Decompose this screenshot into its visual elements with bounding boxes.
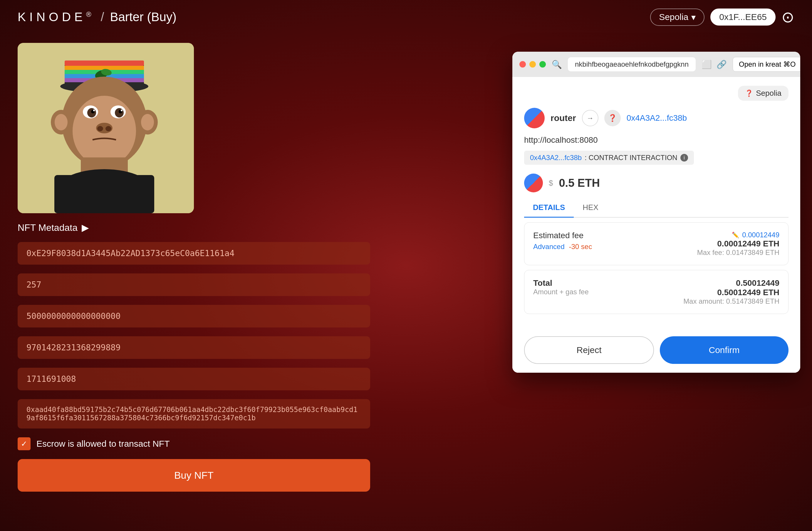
chevron-down-icon: ▾ [691, 12, 696, 22]
link-icon[interactable]: 🔗 [716, 60, 727, 69]
tab-hex[interactable]: HEX [574, 198, 607, 218]
navbar-right: Sepolia ▾ 0x1F...EE65 ⊙ [650, 8, 794, 26]
from-to-row: router → ❓ 0x4A3A2...fc38b [524, 108, 788, 128]
fee-row: Estimated fee Advanced -30 sec ✏️ 0.0001… [533, 231, 779, 257]
contract-badge: 0x4A3A2...fc38b : CONTRACT INTERACTION i [524, 151, 694, 165]
minimize-button[interactable] [530, 61, 536, 68]
popup-titlebar: 🔍 nkbihfbeogaeaoehlefnkodbefgpgknn ⬜ 🔗 O… [512, 52, 800, 77]
url-bar[interactable]: nkbihfbeogaeaoehlefnkodbefgpgknn [568, 57, 696, 71]
github-icon[interactable]: ⊙ [781, 8, 794, 26]
svg-rect-30 [54, 175, 154, 213]
buy-nft-button[interactable]: Buy NFT [18, 459, 370, 492]
eth-amount-row: $ 0.5 ETH [524, 174, 788, 192]
amount-gas-label: Amount + gas fee [533, 288, 589, 296]
info-icon: i [680, 154, 688, 162]
to-icon: ❓ [604, 110, 621, 126]
contract-link[interactable]: 0x4A3A2...fc38b [530, 153, 582, 162]
escrow-label: Escrow is allowed to transact NFT [37, 439, 170, 449]
network-selector[interactable]: Sepolia ▾ [650, 9, 705, 26]
localhost-url: http://localhost:8080 [524, 135, 788, 145]
max-amount-label: Max amount: [683, 297, 724, 305]
svg-rect-3 [64, 60, 144, 66]
to-address: 0x4A3A2...fc38b [627, 113, 687, 123]
eth-amount: 0.5 ETH [559, 177, 599, 189]
total-row: Total Amount + gas fee 0.50012449 0.5001… [533, 278, 779, 306]
fee-card: Estimated fee Advanced -30 sec ✏️ 0.0001… [524, 222, 788, 265]
network-label: Sepolia [659, 12, 688, 22]
estimated-fee-eth: 0.00012449 ETH [697, 239, 779, 249]
total-label: Total [533, 278, 589, 288]
fee-edit-row: ✏️ 0.00012449 [697, 231, 779, 239]
search-icon[interactable]: 🔍 [552, 60, 562, 69]
navbar: KINODE® / Barter (Buy) Sepolia ▾ 0x1F...… [0, 0, 812, 34]
action-buttons: Reject Confirm [512, 327, 800, 373]
popup-body: ❓ Sepolia router → ❓ 0x4A3A2...fc38b htt… [512, 77, 800, 327]
total-card: Total Amount + gas fee 0.50012449 0.5001… [524, 270, 788, 314]
max-fee-row: Max fee: 0.01473849 ETH [697, 249, 779, 257]
fee-left: Estimated fee Advanced -30 sec [533, 231, 592, 251]
page-title: Barter (Buy) [110, 10, 176, 24]
estimated-fee-label: Estimated fee [533, 231, 592, 240]
arrow-icon: → [582, 110, 598, 126]
nft-metadata-toggle[interactable]: NFT Metadata ▶ [18, 222, 370, 233]
max-fee-label: Max fee: [697, 249, 724, 256]
app-logo: KINODE® [18, 10, 95, 24]
traffic-lights [519, 61, 546, 68]
dollar-sign: $ [549, 179, 553, 188]
svg-point-27 [105, 126, 111, 131]
from-avatar [524, 108, 545, 128]
time-label: -30 sec [569, 242, 592, 251]
data-row-nonce: 9701428231368299889 [18, 336, 370, 359]
toolbar-icons: ⬜ 🔗 [701, 60, 727, 69]
main-content: NFT Metadata ▶ 0xE29F8038d1A3445Ab22AD13… [0, 34, 812, 500]
sepolia-label: Sepolia [756, 89, 781, 98]
svg-point-26 [97, 126, 103, 131]
from-name: router [551, 113, 576, 123]
wallet-address[interactable]: 0x1F...EE65 [710, 9, 775, 26]
open-in-button[interactable]: Open in kreat ⌘O [733, 57, 800, 72]
tabs-row: DETAILS HEX [524, 198, 788, 218]
contract-label: : CONTRACT INTERACTION [585, 153, 678, 162]
estimated-fee-value: 0.00012449 [742, 231, 779, 239]
nav-separator: / [101, 10, 104, 24]
data-row-timestamp: 1711691008 [18, 368, 370, 390]
advanced-link[interactable]: Advanced [533, 242, 565, 251]
maximize-button[interactable] [539, 61, 546, 68]
data-row-signature: 0xaad40fa88bd59175b2c74b5c076d67706b061a… [18, 399, 370, 428]
escrow-checkbox-row: ✓ Escrow is allowed to transact NFT [18, 437, 370, 450]
share-icon[interactable]: ⬜ [701, 60, 712, 69]
svg-point-23 [93, 109, 95, 111]
data-row-token-id: 257 [18, 274, 370, 296]
confirm-button[interactable]: Confirm [660, 336, 788, 364]
total-value: 0.50012449 [683, 278, 779, 288]
eth-icon [524, 174, 543, 192]
total-eth: 0.50012449 ETH [683, 288, 779, 297]
nft-image [18, 43, 194, 213]
escrow-checkbox[interactable]: ✓ [18, 437, 31, 450]
svg-point-24 [121, 109, 122, 111]
close-button[interactable] [519, 61, 526, 68]
total-right: 0.50012449 0.50012449 ETH Max amount: 0.… [683, 278, 779, 306]
fee-sub: Advanced -30 sec [533, 242, 592, 251]
sepolia-row: ❓ Sepolia [524, 86, 788, 101]
edit-icon[interactable]: ✏️ [732, 232, 739, 238]
total-left: Total Amount + gas fee [533, 278, 589, 296]
fee-right: ✏️ 0.00012449 0.00012449 ETH Max fee: 0.… [697, 231, 779, 257]
svg-point-13 [55, 114, 68, 130]
chevron-right-icon: ▶ [82, 222, 89, 233]
data-row-address: 0xE29F8038d1A3445Ab22AD1373c65eC0a6E1161… [18, 242, 370, 265]
max-amount-row: Max amount: 0.51473849 ETH [683, 297, 779, 306]
network-badge-popup: ❓ Sepolia [738, 86, 788, 101]
reject-button[interactable]: Reject [524, 336, 654, 364]
metadata-label: NFT Metadata [18, 222, 77, 233]
svg-point-15 [141, 114, 154, 130]
tab-details[interactable]: DETAILS [524, 198, 574, 218]
data-row-amount: 5000000000000000000 [18, 305, 370, 327]
left-panel: NFT Metadata ▶ 0xE29F8038d1A3445Ab22AD13… [18, 43, 370, 492]
max-fee-value: 0.01473849 ETH [726, 249, 779, 256]
max-amount-value: 0.51473849 ETH [726, 297, 779, 305]
